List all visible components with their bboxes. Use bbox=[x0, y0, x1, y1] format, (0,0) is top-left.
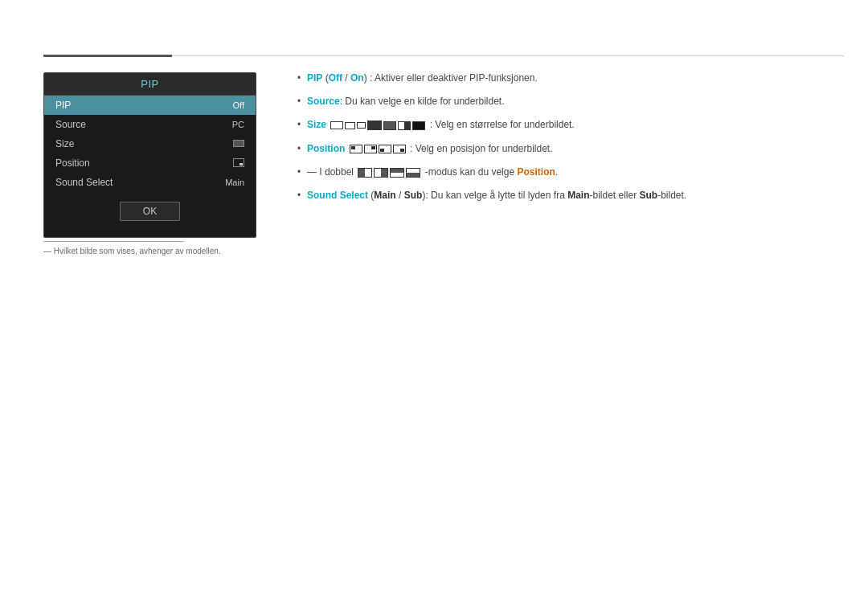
pip-row-size-label: Size bbox=[55, 138, 74, 149]
pip-row-sound-select-value: Main bbox=[225, 178, 244, 187]
bullet-sound-select: Sound Select (Main / Sub): Du kan velge … bbox=[297, 188, 844, 203]
pip-row-sound-select-label: Sound Select bbox=[55, 177, 113, 188]
footnote-divider bbox=[43, 241, 184, 242]
pip-title: PIP bbox=[44, 73, 256, 96]
bullet-pip-onoff: PIP (Off / On) : Aktiver eller deaktiver… bbox=[297, 71, 844, 86]
size-icon-4 bbox=[367, 121, 382, 130]
pip-row-pip-value: Off bbox=[233, 100, 244, 110]
pos-icon-bl bbox=[379, 145, 391, 153]
size-keyword: Size bbox=[307, 119, 326, 130]
pip-keyword: PIP bbox=[307, 72, 322, 84]
bullet-pip-label: PIP (Off / On) : Aktiver eller deaktiver… bbox=[307, 72, 538, 84]
line-dark bbox=[43, 55, 172, 57]
size-icons bbox=[330, 121, 425, 130]
size-icon-2 bbox=[345, 122, 355, 129]
footnote-text: ― Hvilket bilde som vises, avhenger av m… bbox=[43, 247, 221, 255]
bullet-size: Size : Velg en størrelse for underbildet… bbox=[297, 117, 844, 133]
sub-keyword-2: Sub bbox=[640, 190, 658, 201]
position-keyword-2: Position bbox=[517, 166, 555, 178]
pip-row-pip[interactable]: PIP Off bbox=[44, 96, 256, 115]
pip-row-position-label: Position bbox=[55, 157, 90, 169]
main-keyword: Main bbox=[374, 190, 395, 201]
pos-icon-tl bbox=[350, 145, 362, 153]
double-icons bbox=[358, 168, 420, 178]
top-decorative-lines bbox=[43, 55, 844, 57]
size-icon-5 bbox=[383, 121, 396, 130]
line-light bbox=[172, 55, 844, 56]
double-icon-3 bbox=[390, 168, 404, 178]
pip-row-position-icon bbox=[233, 158, 244, 169]
size-icon-3 bbox=[357, 122, 366, 129]
double-icon-4 bbox=[406, 168, 420, 178]
sub-keyword: Sub bbox=[404, 190, 423, 201]
bullet-double-mode: ― I dobbel -modus kan du velge Position. bbox=[297, 165, 844, 180]
pos-icon-tr bbox=[364, 145, 377, 153]
pip-row-source[interactable]: Source PC bbox=[44, 115, 256, 134]
ok-button-wrapper: OK bbox=[44, 202, 256, 221]
pip-row-sound-select[interactable]: Sound Select Main bbox=[44, 173, 256, 192]
on-keyword: On bbox=[350, 72, 364, 84]
pip-row-source-label: Source bbox=[55, 119, 86, 130]
double-icon-2 bbox=[374, 168, 388, 178]
position-keyword: Position bbox=[307, 143, 345, 154]
position-icons bbox=[350, 145, 406, 153]
source-keyword: Source bbox=[307, 96, 340, 107]
bullet-position: Position : Velg en posisjon for underbil… bbox=[297, 141, 844, 157]
pip-row-size[interactable]: Size bbox=[44, 134, 256, 153]
size-icon-7 bbox=[412, 121, 425, 130]
off-keyword: Off bbox=[329, 72, 342, 84]
pip-row-source-value: PC bbox=[232, 120, 244, 129]
sound-select-keyword: Sound Select bbox=[307, 190, 368, 201]
bullet-source: Source: Du kan velge en kilde for underb… bbox=[297, 94, 844, 109]
size-icon-1 bbox=[330, 121, 343, 129]
pos-icon-br bbox=[393, 145, 406, 153]
pip-menu-box: PIP PIP Off Source PC Size Position Soun… bbox=[43, 72, 256, 238]
bullet-list: PIP (Off / On) : Aktiver eller deaktiver… bbox=[297, 71, 844, 203]
pip-row-position[interactable]: Position bbox=[44, 153, 256, 173]
ok-button[interactable]: OK bbox=[120, 202, 180, 221]
size-icon-6 bbox=[398, 121, 411, 130]
pip-row-pip-label: PIP bbox=[55, 100, 71, 111]
pip-row-size-icon bbox=[233, 139, 244, 149]
right-content: PIP (Off / On) : Aktiver eller deaktiver… bbox=[297, 71, 844, 211]
double-icon-1 bbox=[358, 168, 372, 178]
main-keyword-2: Main bbox=[567, 190, 589, 201]
